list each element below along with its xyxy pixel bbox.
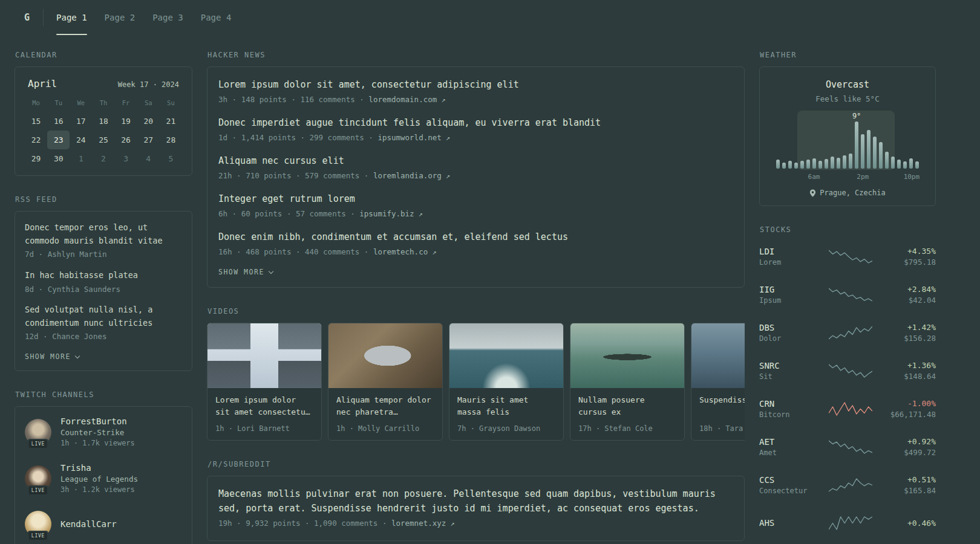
- story-item: Maecenas mollis pulvinar erat non posuer…: [218, 487, 733, 529]
- calendar-day: 30: [47, 149, 70, 168]
- stock-row[interactable]: CCSConsectetur+0.51%$165.84: [759, 470, 936, 500]
- stock-symbol: AHS: [759, 518, 823, 528]
- video-title[interactable]: Lorem ipsum dolor sit amet consectetu…: [215, 394, 313, 418]
- story-meta-text: 19h · 9,932 points · 1,090 comments ·: [218, 519, 391, 528]
- twitch-channel-name[interactable]: KendallCarr: [60, 519, 117, 529]
- story-title-link[interactable]: Lorem ipsum dolor sit amet, consectetur …: [218, 78, 733, 92]
- weather-bar: [915, 161, 919, 169]
- twitch-channel-meta: 1h · 1.7k viewers: [60, 439, 135, 447]
- video-title[interactable]: Suspendisse diam: [699, 394, 745, 406]
- stock-price: $66,171.48: [878, 410, 936, 419]
- stock-change: +0.92%: [878, 437, 936, 446]
- rss-show-more-button[interactable]: SHOW MORE: [25, 352, 182, 361]
- story-title-link[interactable]: Aliquam nec cursus elit: [218, 154, 733, 168]
- stock-values: +2.84%$42.04: [878, 285, 936, 305]
- stock-change: +1.42%: [878, 323, 936, 332]
- story-title-link[interactable]: Donec enim nibh, condimentum et accumsan…: [218, 230, 733, 244]
- weather-bar: [909, 158, 913, 169]
- stock-values: +0.92%$499.72: [878, 437, 936, 457]
- twitch-channel-info: TrishaLeague of Legends3h · 1.2k viewers: [60, 463, 138, 494]
- weather-bars: [774, 113, 921, 169]
- twitch-channel-list: LIVEForrestBurtonCounter-Strike1h · 1.7k…: [15, 406, 192, 544]
- rss-section-header: RSS FEED: [15, 195, 192, 204]
- middle-column: HACKER NEWS Lorem ipsum dolor sit amet, …: [207, 51, 745, 541]
- twitch-channel-info: KendallCarr: [60, 519, 117, 529]
- app-logo[interactable]: G: [18, 0, 43, 35]
- story-domain-link[interactable]: ipsumworld.net: [377, 133, 441, 142]
- weather-bar: [776, 160, 780, 169]
- stock-name: Sit: [759, 372, 823, 381]
- video-card-body: Mauris sit amet massa felis7h · Grayson …: [449, 388, 563, 440]
- story-title-link[interactable]: Maecenas mollis pulvinar erat non posuer…: [218, 487, 733, 516]
- calendar-day-header: Fr: [115, 97, 137, 112]
- tab-page-2[interactable]: Page 2: [105, 0, 136, 35]
- stock-name: Amet: [759, 448, 823, 457]
- calendar-day: 24: [70, 131, 92, 149]
- calendar-day: 3: [115, 149, 137, 168]
- video-title[interactable]: Nullam posuere cursus ex: [578, 394, 676, 418]
- twitch-channel[interactable]: LIVEKendallCarr: [25, 510, 182, 539]
- story-domain-link[interactable]: loremlandia.org: [373, 171, 442, 180]
- twitch-avatar-wrap: LIVE: [25, 465, 51, 492]
- video-card[interactable]: Nullam posuere cursus ex17h · Stefan Col…: [570, 323, 685, 441]
- twitch-channel-name[interactable]: Trisha: [60, 463, 138, 473]
- videos-widget: VIDEOS Lorem ipsum dolor sit amet consec…: [207, 307, 745, 441]
- calendar-day-header: Mo: [25, 97, 47, 112]
- story-title-link[interactable]: Donec imperdiet augue tincidunt felis al…: [218, 116, 733, 130]
- weather-bar: [794, 163, 798, 169]
- stock-symbol-block: AHS: [759, 518, 823, 528]
- videos-section-header: VIDEOS: [207, 307, 745, 316]
- stock-row[interactable]: AETAmet+0.92%$499.72: [759, 432, 936, 462]
- top-navigation: G Page 1Page 2Page 3Page 4: [0, 0, 936, 35]
- story-domain-link[interactable]: loremnet.xyz: [391, 519, 446, 528]
- story-title-link[interactable]: Integer eget rutrum lorem: [218, 192, 733, 206]
- story-domain-link[interactable]: ipsumify.biz: [359, 209, 414, 218]
- stock-symbol-block: AETAmet: [759, 437, 823, 457]
- weather-time-label: 2pm: [857, 173, 869, 181]
- weather-section-header: WEATHER: [760, 51, 936, 59]
- calendar-week-info: Week 17 · 2024: [118, 80, 179, 89]
- twitch-channel[interactable]: LIVEForrestBurtonCounter-Strike1h · 1.7k…: [25, 416, 182, 447]
- video-card[interactable]: Mauris sit amet massa felis7h · Grayson …: [449, 323, 564, 441]
- tab-page-1[interactable]: Page 1: [56, 0, 87, 35]
- story-domain-link[interactable]: loremtech.co: [373, 247, 428, 256]
- weather-bar: [782, 163, 786, 169]
- weather-bar: [879, 142, 883, 169]
- video-title[interactable]: Mauris sit amet massa felis: [457, 394, 555, 418]
- hackernews-card: Lorem ipsum dolor sit amet, consectetur …: [207, 66, 745, 288]
- story-meta: 1d · 1,414 points · 299 comments · ipsum…: [218, 132, 733, 144]
- story-domain-link[interactable]: loremdomain.com: [368, 95, 437, 104]
- sparkline-chart: [829, 363, 872, 378]
- stock-row[interactable]: DBSDolor+1.42%$156.28: [759, 317, 936, 348]
- stock-row[interactable]: SNRCSit+1.36%$148.64: [759, 355, 936, 386]
- video-card[interactable]: Aliquam tempor dolor nec pharetra…1h · M…: [328, 323, 443, 441]
- stock-row[interactable]: LDILorem+4.35%$795.18: [759, 241, 936, 271]
- twitch-channel[interactable]: LIVETrishaLeague of Legends3h · 1.2k vie…: [25, 463, 182, 494]
- rss-item-title[interactable]: In hac habitasse platea: [25, 269, 182, 282]
- sparkline-chart: [829, 477, 872, 493]
- stock-name: Consectetur: [759, 487, 823, 495]
- rss-item-title[interactable]: Donec tempor eros leo, ut commodo mauris…: [25, 221, 182, 247]
- twitch-channel-info: ForrestBurtonCounter-Strike1h · 1.7k vie…: [60, 416, 135, 447]
- subreddit-list: Maecenas mollis pulvinar erat non posuer…: [207, 476, 745, 540]
- hackernews-show-more-button[interactable]: SHOW MORE: [218, 268, 733, 276]
- tab-page-4[interactable]: Page 4: [201, 0, 232, 35]
- weather-bar: [812, 158, 816, 169]
- stocks-widget: STOCKS LDILorem+4.35%$795.18IIGIpsum+2.8…: [759, 225, 936, 538]
- rss-item-title[interactable]: Sed volutpat nulla nisl, a condimentum n…: [25, 303, 182, 329]
- calendar-day: 19: [115, 112, 137, 131]
- stock-row[interactable]: IIGIpsum+2.84%$42.04: [759, 279, 936, 309]
- calendar-card: April Week 17 · 2024 MoTuWeThFrSaSu 1516…: [15, 66, 192, 176]
- stock-row[interactable]: CRNBitcorn-1.00%$66,171.48: [759, 393, 936, 424]
- video-title[interactable]: Aliquam tempor dolor nec pharetra…: [336, 394, 434, 418]
- rss-item-meta: 8d · Cynthia Saunders: [25, 284, 182, 296]
- stocks-list: LDILorem+4.35%$795.18IIGIpsum+2.84%$42.0…: [759, 241, 936, 538]
- twitch-channel-name[interactable]: ForrestBurton: [60, 416, 135, 426]
- tab-page-3[interactable]: Page 3: [152, 0, 183, 35]
- stock-row[interactable]: AHS+0.46%: [759, 508, 936, 538]
- external-link-icon: ↗: [428, 248, 436, 256]
- video-card[interactable]: Lorem ipsum dolor sit amet consectetu…1h…: [207, 323, 322, 441]
- video-card[interactable]: Suspendisse diam18h · Tara: [691, 323, 745, 441]
- weather-bar: [837, 158, 840, 169]
- calendar-day: 17: [70, 112, 92, 131]
